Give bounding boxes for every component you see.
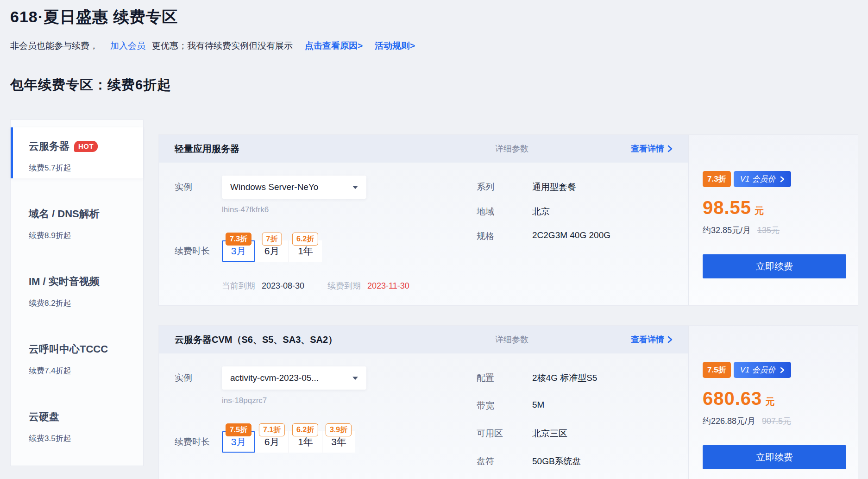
duration-label: 续费时长 [175, 245, 222, 257]
sidebar-item-label: 云呼叫中心TCCC [29, 342, 108, 356]
duration-tab-6m[interactable]: 7折 6月 [255, 240, 289, 262]
spec-value: 2核4G 标准型S5 [532, 372, 597, 384]
original-price: 135元 [757, 225, 780, 236]
spec-label: 带宽 [477, 400, 532, 412]
card-header: 云服务器CVM（S6、S5、SA3、SA2） 详细参数 查看详情 [159, 326, 688, 353]
duration-label: 续费时长 [175, 436, 222, 448]
discount-badge: 7.3折 [703, 171, 731, 187]
instance-id: lhins-47fkfrk6 [222, 205, 366, 214]
price-amount: 680.63 [703, 388, 762, 409]
spec-row: 可用区 北京三区 [477, 428, 688, 440]
view-detail-link[interactable]: 查看详情 [631, 143, 673, 154]
duration-tab-1y[interactable]: 6.2折 1年 [289, 240, 322, 262]
view-detail-link[interactable]: 查看详情 [631, 334, 673, 345]
sidebar-item-discount: 续费8.2折起 [29, 298, 137, 309]
sidebar-item-discount: 续费8.9折起 [29, 230, 137, 241]
spec-value: 北京三区 [532, 428, 567, 440]
spec-label: 可用区 [477, 428, 532, 440]
member-price-pill[interactable]: V1 会员价 [734, 362, 792, 378]
renew-now-button[interactable]: 立即续费 [703, 254, 846, 278]
view-reason-link[interactable]: 点击查看原因> [305, 40, 363, 52]
sidebar-item-title-row: 域名 / DNS解析 [29, 207, 137, 221]
duration-tab-3m[interactable]: 7.5折 3月 [222, 431, 255, 453]
card-form-column: 实例 activity-cvm-2023-05... ins-18pqzrc7 [175, 366, 453, 479]
discount-badge: 7.3折 [226, 233, 252, 246]
instance-label: 实例 [175, 366, 222, 390]
card-main: 云服务器CVM（S6、S5、SA3、SA2） 详细参数 查看详情 实例 [159, 326, 688, 479]
category-sidebar: 云服务器 HOT 续费5.7折起 域名 / DNS解析 续费8.9折起 IM /… [10, 120, 144, 466]
spec-value: 通用型套餐 [532, 181, 576, 193]
spec-value: 50GB系统盘 [532, 455, 581, 467]
spec-label: 地域 [477, 206, 532, 218]
price-panel: 7.5折 V1 会员价 680.63 元 约226.88元/月 907.5元 [688, 326, 858, 479]
subtitle-prefix: 非会员也能参与续费， [10, 40, 98, 52]
discount-badge: 7.1折 [259, 423, 285, 436]
card-title: 云服务器CVM（S6、S5、SA3、SA2） [175, 334, 337, 346]
price-unit: 元 [755, 205, 764, 217]
sidebar-item-im-trtc[interactable]: IM / 实时音视频 续费8.2折起 [11, 263, 143, 314]
price-amount: 98.55 [703, 197, 751, 218]
discount-badge: 3.9折 [326, 423, 352, 436]
instance-label: 实例 [175, 176, 222, 199]
monthly-price: 约32.85元/月 [703, 225, 751, 236]
duration-tab-3m[interactable]: 7.3折 3月 [222, 240, 255, 262]
instance-id: ins-18pqzrc7 [222, 396, 366, 405]
sidebar-item-cloud-server[interactable]: 云服务器 HOT 续费5.7折起 [11, 127, 143, 178]
sidebar-item-cbs-disk[interactable]: 云硬盘 续费3.5折起 [11, 398, 143, 449]
discount-badge: 7.5折 [703, 362, 731, 378]
card-body: 实例 activity-cvm-2023-05... ins-18pqzrc7 [159, 353, 688, 479]
sidebar-item-title-row: IM / 实时音视频 [29, 275, 137, 289]
section-title: 包年续费专区：续费6折起 [10, 76, 858, 95]
current-expiry-date: 2023-08-30 [262, 281, 304, 291]
hot-badge: HOT [74, 141, 98, 152]
instance-select[interactable]: Windows Server-NeYo [222, 176, 366, 199]
join-member-link[interactable]: 加入会员 [110, 40, 145, 52]
sidebar-item-domain-dns[interactable]: 域名 / DNS解析 续费8.9折起 [11, 195, 143, 246]
renew-expiry-date: 2023-11-30 [367, 281, 409, 291]
price-line: 680.63 元 [703, 388, 845, 409]
sidebar-item-title-row: 云服务器 HOT [29, 139, 137, 153]
duration-tab-3y[interactable]: 3.9折 3年 [322, 431, 355, 453]
view-detail-label: 查看详情 [631, 334, 664, 345]
renew-expiry-label: 续费到期 [327, 280, 361, 291]
duration-row: 续费时长 7.3折 3月 7折 6月 [175, 240, 453, 262]
renew-now-button[interactable]: 立即续费 [703, 445, 846, 469]
instance-field: Windows Server-NeYo lhins-47fkfrk6 [222, 176, 366, 214]
sidebar-item-label: IM / 实时音视频 [29, 275, 100, 289]
member-price-pill[interactable]: V1 会员价 [734, 171, 792, 187]
spec-column: 系列 通用型套餐 地域 北京 规格 2C2G3M 40G 200G [477, 176, 688, 291]
discount-badge: 6.2折 [292, 233, 318, 246]
discount-badge: 6.2折 [292, 423, 318, 436]
spec-row: 配置 2核4G 标准型S5 [477, 372, 688, 384]
subtitle-row: 非会员也能参与续费， 加入会员 更优惠；我有待续费实例但没有展示 点击查看原因>… [10, 40, 858, 52]
duration-tab-1y[interactable]: 6.2折 1年 [289, 431, 322, 453]
spec-label: 配置 [477, 372, 532, 384]
sidebar-item-title-row: 云呼叫中心TCCC [29, 342, 137, 356]
spec-row: 规格 2C2G3M 40G 200G [477, 230, 688, 242]
chevron-down-icon [352, 186, 358, 189]
discount-badge: 7折 [262, 233, 282, 246]
card-form-column: 实例 Windows Server-NeYo lhins-47fkfrk6 [175, 176, 453, 291]
instance-row: 实例 Windows Server-NeYo lhins-47fkfrk6 [175, 176, 453, 214]
instance-select[interactable]: activity-cvm-2023-05... [222, 366, 366, 390]
params-label: 详细参数 [495, 334, 528, 345]
sidebar-item-label: 云硬盘 [29, 410, 59, 424]
activity-rules-link[interactable]: 活动规则> [375, 40, 415, 52]
price-line: 98.55 元 [703, 197, 845, 218]
renewal-promo-page: 618·夏日盛惠 续费专区 非会员也能参与续费， 加入会员 更优惠；我有待续费实… [0, 0, 868, 479]
chevron-right-icon [667, 145, 673, 152]
card-title: 轻量应用服务器 [175, 143, 239, 155]
price-badges-row: 7.3折 V1 会员价 [703, 171, 845, 187]
sidebar-item-tccc[interactable]: 云呼叫中心TCCC 续费7.4折起 [11, 330, 143, 381]
sidebar-item-title-row: 云硬盘 [29, 410, 137, 424]
discount-badge: 7.5折 [226, 423, 252, 436]
view-detail-label: 查看详情 [631, 143, 664, 154]
spec-row: 盘符 50GB系统盘 [477, 455, 688, 467]
sidebar-item-discount: 续费5.7折起 [29, 163, 137, 173]
spec-row: 带宽 5M [477, 400, 688, 412]
instance-select-value: activity-cvm-2023-05... [230, 373, 319, 383]
original-price: 907.5元 [762, 416, 791, 427]
sidebar-item-discount: 续费3.5折起 [29, 433, 137, 444]
duration-tab-6m[interactable]: 7.1折 6月 [255, 431, 289, 453]
instance-row: 实例 activity-cvm-2023-05... ins-18pqzrc7 [175, 366, 453, 405]
